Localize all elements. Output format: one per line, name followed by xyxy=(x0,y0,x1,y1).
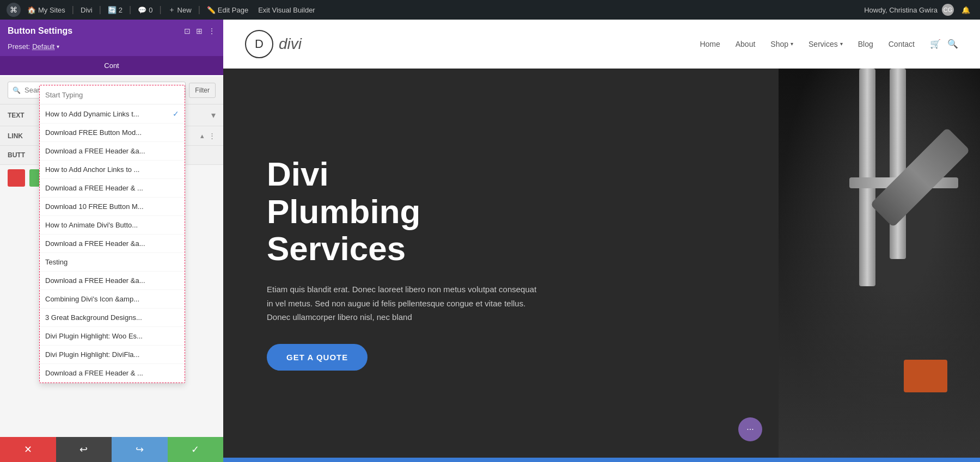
dropdown-item[interactable]: Download a FREE Header & ... xyxy=(40,179,185,198)
dropdown-item[interactable]: How to Add Anchor Links to ... xyxy=(40,161,185,179)
more-icon[interactable]: ⋮ xyxy=(208,27,216,35)
check-icon: ✓ xyxy=(173,109,179,118)
panel-footer: ✕ ↩ ↪ ✓ xyxy=(0,437,223,462)
nav-home[interactable]: Home xyxy=(700,40,720,48)
services-chevron-icon: ▾ xyxy=(840,41,843,47)
edit-page-button[interactable]: ✏️ Edit Page xyxy=(204,6,252,14)
panel-title: Button Settings xyxy=(8,26,72,36)
color-swatch-red[interactable] xyxy=(8,169,25,187)
logo-icon: D xyxy=(255,37,264,51)
dropdown-item[interactable]: How to Animate Divi's Butto... xyxy=(40,216,185,235)
text-chevron-icon[interactable]: ▾ xyxy=(211,110,216,120)
dropdown-item[interactable]: Download a FREE Header & ... xyxy=(40,364,185,383)
avatar[interactable]: CG xyxy=(942,4,954,16)
search-nav-icon[interactable]: 🔍 xyxy=(947,39,958,49)
nav-shop[interactable]: Shop ▾ xyxy=(770,40,793,48)
confirm-button[interactable]: ✓ xyxy=(168,437,224,462)
link-chevron-up-icon[interactable]: ▴ xyxy=(200,132,204,140)
exit-visual-builder-button[interactable]: Exit Visual Builder xyxy=(255,6,318,14)
nav-icons: 🛒 🔍 xyxy=(930,39,958,49)
logo-text: divi xyxy=(279,35,302,53)
dropdown-item[interactable]: 3 Great Background Designs... xyxy=(40,309,185,327)
nav-contact[interactable]: Contact xyxy=(889,40,915,48)
dropdown-search-input[interactable] xyxy=(45,91,179,99)
panel-header-icons: ⊡ ⊞ ⋮ xyxy=(184,27,216,35)
dropdown-item[interactable]: Download a FREE Header &a... xyxy=(40,235,185,253)
dropdown-item[interactable]: How to Add Dynamic Links t...✓ xyxy=(40,104,185,124)
preset-value[interactable]: Default xyxy=(32,42,54,51)
link-more-icon[interactable]: ⋮ xyxy=(209,132,216,140)
link-label: Link xyxy=(8,132,23,140)
layout-icon[interactable]: ⊞ xyxy=(196,27,203,35)
comments-zero-button[interactable]: 💬 0 xyxy=(134,6,156,14)
orange-grip-element xyxy=(904,360,947,392)
floating-dots-button[interactable]: ··· xyxy=(738,417,762,441)
shop-chevron-icon: ▾ xyxy=(791,41,793,47)
nav-about[interactable]: About xyxy=(736,40,756,48)
tab-content[interactable]: Cont xyxy=(0,56,223,76)
left-panel: Button Settings ⊡ ⊞ ⋮ Preset: Default ▾ … xyxy=(0,20,223,462)
nav-services[interactable]: Services ▾ xyxy=(808,40,843,48)
dropdown-item[interactable]: Download FREE Button Mod... xyxy=(40,124,185,142)
preset-chevron-icon[interactable]: ▾ xyxy=(57,44,59,50)
cancel-button[interactable]: ✕ xyxy=(0,437,56,462)
howdy-text: Howdy, Christina Gwira xyxy=(864,6,938,14)
text-label: Text xyxy=(8,112,24,119)
dropdown-list: How to Add Dynamic Links t...✓Download F… xyxy=(40,104,185,383)
cart-icon[interactable]: 🛒 xyxy=(930,39,941,49)
comments-button[interactable]: 🔄 2 xyxy=(105,6,126,14)
preset-label: Preset: xyxy=(8,42,30,51)
pipe-vertical-2 xyxy=(890,69,906,259)
link-section-icons: ▴ ⋮ xyxy=(200,132,216,140)
my-sites-button[interactable]: 🏠 My Sites xyxy=(24,6,69,14)
dropdown-item[interactable]: Divi Plugin Highlight: Woo Es... xyxy=(40,327,185,346)
dropdown-search xyxy=(40,85,185,104)
filter-button[interactable]: Filter xyxy=(189,83,216,98)
dropdown-overlay: How to Add Dynamic Links t...✓Download F… xyxy=(39,85,185,383)
hero-description: Etiam quis blandit erat. Donec laoreet l… xyxy=(267,282,539,324)
plumbing-image xyxy=(779,69,980,458)
redo-button[interactable]: ↪ xyxy=(112,437,168,462)
hero-left: Divi Plumbing Services Etiam quis blandi… xyxy=(223,69,779,458)
site-logo: D divi xyxy=(245,30,302,58)
wordpress-icon[interactable]: ⌘ xyxy=(7,3,21,17)
new-button[interactable]: ＋ New xyxy=(165,5,195,15)
hero-right xyxy=(779,69,980,458)
notifications-button[interactable]: 🔔 xyxy=(958,6,973,14)
wp-admin-bar: ⌘ 🏠 My Sites | Divi | 🔄 2 | 💬 0 | ＋ New … xyxy=(0,0,980,20)
panel-tabs: Cont xyxy=(0,56,223,76)
site-header: D divi Home About Shop ▾ Services ▾ xyxy=(223,20,980,69)
search-icon: 🔍 xyxy=(13,87,21,94)
nav-blog[interactable]: Blog xyxy=(858,40,873,48)
dropdown-item[interactable]: Combining Divi's Icon &amp... xyxy=(40,290,185,309)
admin-bar-left: ⌘ 🏠 My Sites | Divi | 🔄 2 | 💬 0 | ＋ New … xyxy=(7,3,318,17)
main-layout: Button Settings ⊡ ⊞ ⋮ Preset: Default ▾ … xyxy=(0,20,980,462)
admin-bar-right: Howdy, Christina Gwira CG 🔔 xyxy=(864,4,973,16)
hero-cta-button[interactable]: GET A QUOTE xyxy=(267,344,367,371)
bottom-bar xyxy=(223,458,980,462)
undo-button[interactable]: ↩ xyxy=(56,437,112,462)
site-nav: Home About Shop ▾ Services ▾ Blog Contac xyxy=(700,39,958,49)
preset-bar: Preset: Default ▾ xyxy=(0,42,223,56)
hero-title: Divi Plumbing Services xyxy=(267,156,735,267)
dropdown-item[interactable]: Download a FREE Header &a... xyxy=(40,272,185,290)
panel-header: Button Settings ⊡ ⊞ ⋮ xyxy=(0,20,223,42)
hero-section: Divi Plumbing Services Etiam quis blandi… xyxy=(223,69,980,458)
dropdown-item[interactable]: Testing xyxy=(40,253,185,272)
button-label: Butt xyxy=(8,151,25,159)
dropdown-item[interactable]: Download a FREE Header &a... xyxy=(40,142,185,161)
divi-button[interactable]: Divi xyxy=(77,6,96,14)
logo-circle: D xyxy=(245,30,273,58)
dropdown-item[interactable]: Download 10 FREE Button M... xyxy=(40,198,185,216)
expand-icon[interactable]: ⊡ xyxy=(184,27,191,35)
website-preview: D divi Home About Shop ▾ Services ▾ xyxy=(223,20,980,462)
dropdown-item[interactable]: Divi Plugin Highlight: DiviFla... xyxy=(40,346,185,364)
